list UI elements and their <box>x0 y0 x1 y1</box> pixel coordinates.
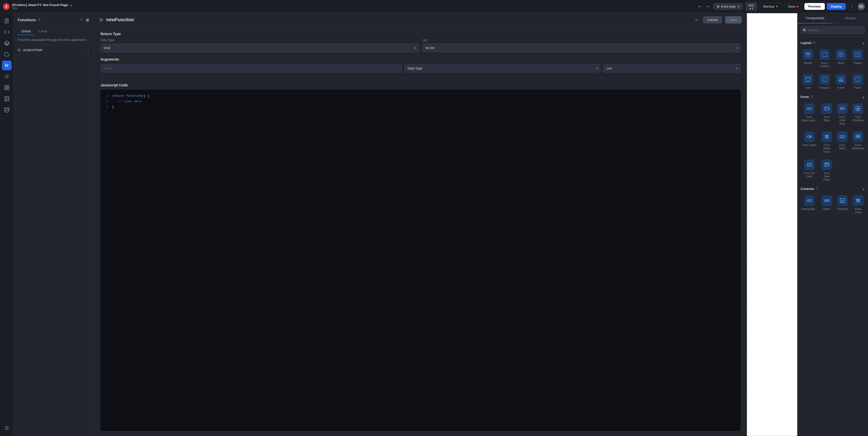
help-button[interactable]: ? <box>848 3 856 10</box>
component-form-switch[interactable]: Form Switch <box>801 129 818 155</box>
component-header[interactable]: Header <box>801 47 815 70</box>
component-form-checkbox[interactable]: Form Checkbox <box>851 101 865 127</box>
form-block-label: Form Block <box>821 115 832 122</box>
tab-components[interactable]: Components <box>798 13 833 24</box>
save-button[interactable]: Save <box>784 3 802 10</box>
layout-collapse-button[interactable]: ▲ <box>862 41 865 45</box>
form-multiselect-icon <box>852 132 863 142</box>
cancel-button[interactable]: Cancel <box>703 16 722 24</box>
main-layout: fx Functions ? + ▣ <box>0 13 868 436</box>
photo-icon[interactable] <box>2 94 11 104</box>
svg-rect-17 <box>7 88 8 90</box>
avatar: SS <box>858 3 865 10</box>
component-card[interactable]: Card <box>801 72 815 91</box>
grid-icon[interactable] <box>2 83 11 92</box>
arguments-row: Data Type ▼ List ▼ <box>100 64 741 73</box>
component-form-radio[interactable]: Form Radio Group <box>820 129 833 155</box>
arg-list-select[interactable]: List <box>603 64 741 73</box>
layout-section-header: Layout ? ▲ <box>801 41 865 45</box>
component-form-select[interactable]: Form Select <box>835 129 849 155</box>
deploy-button[interactable]: Deploy <box>827 3 846 10</box>
right-panel-tabs: Components Groups <box>798 13 868 24</box>
search-input[interactable] <box>801 26 865 34</box>
function-item-more[interactable]: ⋮ <box>86 48 90 52</box>
edit-name-button[interactable]: ✏ <box>694 17 700 24</box>
layers-icon[interactable] <box>2 38 11 48</box>
component-form-text[interactable]: Form Text Field <box>801 157 818 183</box>
theme-icon[interactable] <box>2 72 11 81</box>
auto-button[interactable]: auto ▲▼ <box>746 2 757 11</box>
db-icon[interactable] <box>2 105 11 115</box>
component-ctrl-button[interactable]: Button <box>820 193 834 216</box>
data-type-select[interactable]: Void <box>100 43 419 52</box>
data-type-label: Data Type <box>100 38 419 42</box>
svg-rect-34 <box>806 77 810 82</box>
arguments-section: Arguments Data Type ▼ List ▼ <box>100 57 741 73</box>
preview-button[interactable]: Preview <box>804 3 825 10</box>
svg-point-54 <box>827 137 829 139</box>
svg-rect-28 <box>822 53 827 57</box>
separator-1 <box>694 3 694 10</box>
component-ctrl-autocomplete[interactable]: Autocomple... <box>801 193 818 216</box>
code-editor[interactable]: 1 return function() { 2 // type here 3 } <box>100 90 741 431</box>
code-content-3: } <box>112 104 114 110</box>
return-type-section: Return Type Data Type Void ▼ List <box>100 32 741 52</box>
controls-title-text: Controls <box>801 187 814 191</box>
device-selector[interactable]: 🖥 Extra large ▼ <box>713 3 743 10</box>
component-form-autocomplete[interactable]: Form Autocomple... <box>801 101 818 127</box>
add-function-button[interactable]: + <box>80 17 83 23</box>
redo-button[interactable]: ↪ <box>704 2 711 10</box>
arguments-title: Arguments <box>100 57 741 61</box>
form-collapse-button[interactable]: ▲ <box>862 95 865 98</box>
pages-icon[interactable] <box>2 16 11 26</box>
popper-label: Popper <box>854 61 862 65</box>
svg-point-74 <box>859 201 860 202</box>
editor-function-name: newFunction <box>106 17 691 23</box>
component-footer[interactable]: Footer <box>834 72 848 91</box>
svg-rect-43 <box>825 107 829 110</box>
panel-toggle-button[interactable]: ▣ <box>85 17 90 23</box>
code-icon[interactable] <box>2 27 11 37</box>
arg-name-input[interactable] <box>100 64 402 73</box>
component-popper[interactable]: Popper <box>850 47 865 70</box>
panel-description: Functions accessible through the whole a… <box>13 35 94 45</box>
component-form-date[interactable]: Form Date Picker <box>820 157 833 183</box>
list-select[interactable]: No list <box>422 43 741 52</box>
device-label: Extra large <box>721 5 736 8</box>
function-item-icon: fx <box>18 48 21 52</box>
svg-rect-24 <box>806 53 810 54</box>
svg-rect-39 <box>839 81 843 82</box>
svg-point-71 <box>857 199 858 200</box>
component-ctrl-radio[interactable]: Radio Group <box>851 193 865 216</box>
controls-collapse-button[interactable]: ▲ <box>862 187 865 191</box>
settings-icon[interactable] <box>2 424 11 433</box>
component-paper[interactable]: Paper <box>850 72 865 91</box>
svg-rect-68 <box>825 200 829 201</box>
component-form-multiselect[interactable]: Form Multiselect <box>851 129 865 155</box>
version-badge: 8 <box>3 3 9 10</box>
cloud-icon[interactable] <box>2 50 11 59</box>
component-container[interactable]: Container <box>817 72 832 91</box>
tab-local[interactable]: Local <box>35 28 50 35</box>
tab-global[interactable]: Global <box>18 28 34 35</box>
list-select-wrapper: No list ▼ <box>422 43 741 52</box>
svg-point-19 <box>5 97 6 98</box>
tab-groups[interactable]: Groups <box>833 13 868 24</box>
component-form-field-array[interactable]: Form Field Array <box>835 101 849 127</box>
arg-data-type-select[interactable]: Data Type <box>404 64 601 73</box>
topbar: 8 [ProServ] Jebel-FT: Not Found Page ▲ /… <box>0 0 868 13</box>
backup-button[interactable]: Backup ▼ <box>760 3 782 10</box>
component-async[interactable]: Async Content <box>817 47 832 70</box>
component-form-block[interactable]: Form Block <box>820 101 833 127</box>
undo-button[interactable]: ↩ <box>696 2 703 10</box>
return-type-row: Data Type Void ▼ List No list <box>100 38 741 52</box>
form-help-icon: ? <box>810 95 813 99</box>
function-tabs: Global Local <box>13 26 94 35</box>
component-ctrl-checkbox[interactable]: Checkbox <box>836 193 849 216</box>
ctrl-radio-icon <box>853 195 864 206</box>
functions-icon[interactable]: fx <box>2 61 11 70</box>
save-fn-button[interactable]: Save <box>725 16 742 24</box>
component-menu[interactable]: Menu <box>834 47 848 70</box>
function-item[interactable]: fx projectsState ⋮ <box>13 45 94 55</box>
form-title-text: Form <box>801 95 809 99</box>
